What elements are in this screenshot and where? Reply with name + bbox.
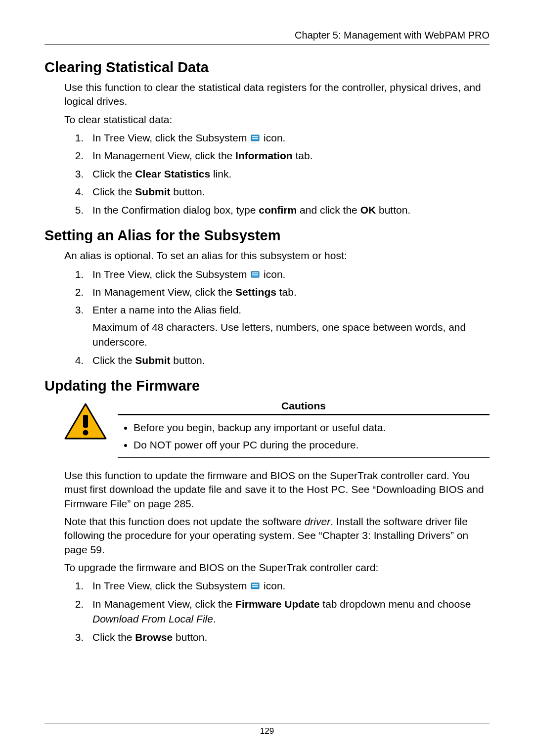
step-text: .: [213, 613, 216, 624]
svg-rect-5: [252, 274, 258, 275]
svg-rect-11: [252, 586, 258, 587]
svg-rect-1: [252, 136, 258, 137]
svg-rect-2: [252, 138, 258, 139]
section-para: Use this function to update the firmware…: [64, 469, 490, 511]
step-item: Click the Submit button.: [87, 353, 490, 368]
step-text: button.: [173, 631, 207, 643]
steps-list: In Tree View, click the Subsystem icon. …: [64, 267, 490, 368]
footer-rule: [44, 723, 490, 723]
step-bold: confirm: [259, 204, 297, 216]
caution-item: Before you begin, backup any important o…: [134, 420, 490, 435]
chapter-label: Chapter 5: Management with WebPAM PRO: [295, 30, 490, 41]
caution-list: Before you begin, backup any important o…: [118, 420, 490, 452]
svg-point-8: [83, 430, 89, 436]
step-bold: Firmware Update: [235, 598, 319, 610]
step-text: In Management View, click the: [92, 150, 235, 161]
section-body: An alias is optional. To set an alias fo…: [64, 249, 490, 368]
step-text: In the Confirmation dialog box, type: [92, 204, 259, 216]
section-body: Use this function to clear the statistic…: [64, 81, 490, 218]
section-para: To upgrade the firmware and BIOS on the …: [64, 561, 490, 575]
step-text: Enter a name into the Alias field.: [92, 304, 241, 315]
step-text: In Tree View, click the Subsystem: [92, 268, 250, 280]
step-text: Click the: [92, 355, 135, 366]
step-text: In Management View, click the: [92, 286, 235, 298]
section-intro: An alias is optional. To set an alias fo…: [64, 249, 490, 263]
svg-rect-4: [252, 272, 258, 273]
step-text: icon.: [261, 132, 285, 143]
subsystem-icon: [251, 581, 260, 590]
page-footer: 129: [44, 723, 490, 736]
steps-list: In Tree View, click the Subsystem icon. …: [64, 578, 490, 645]
subsystem-icon: [251, 270, 260, 279]
step-item: In Management View, click the Informatio…: [87, 148, 490, 163]
step-text: icon.: [261, 268, 285, 280]
para-text: Note that this function does not update …: [64, 516, 305, 527]
caution-content: Cautions Before you begin, backup any im…: [118, 400, 490, 460]
subsystem-icon: [251, 133, 260, 142]
step-text: tab.: [293, 150, 313, 161]
section-body: Use this function to update the firmware…: [64, 469, 490, 645]
step-item: In Management View, click the Firmware U…: [87, 597, 490, 627]
section-heading-firmware: Updating the Firmware: [44, 378, 490, 394]
step-text: button.: [171, 186, 205, 197]
step-bold: Clear Statistics: [135, 168, 210, 179]
document-page: Chapter 5: Management with WebPAM PRO Cl…: [0, 0, 534, 756]
svg-rect-10: [252, 584, 258, 585]
step-item: In Tree View, click the Subsystem icon.: [87, 578, 490, 593]
step-bold: Settings: [235, 286, 276, 298]
section-heading-clearing: Clearing Statistical Data: [44, 59, 490, 76]
step-item: In Tree View, click the Subsystem icon.: [87, 267, 490, 282]
step-text: icon.: [261, 580, 285, 591]
section-lead: To clear statistical data:: [64, 113, 490, 127]
step-item: In the Confirmation dialog box, type con…: [87, 203, 490, 218]
svg-rect-7: [83, 415, 88, 428]
page-header: Chapter 5: Management with WebPAM PRO: [44, 30, 490, 41]
step-item: Click the Clear Statistics link.: [87, 167, 490, 181]
warning-icon: [64, 403, 107, 441]
step-text: Click the: [92, 631, 135, 643]
step-bold: Submit: [135, 186, 170, 197]
step-bold: Browse: [135, 631, 173, 643]
steps-list: In Tree View, click the Subsystem icon. …: [64, 131, 490, 218]
step-italic: Download From Local File: [92, 613, 213, 624]
step-subtext: Maximum of 48 characters. Use letters, n…: [92, 320, 490, 350]
step-item: In Management View, click the Settings t…: [87, 285, 490, 300]
step-text: Click the: [92, 186, 135, 197]
step-bold: Information: [235, 150, 293, 161]
section-para: Note that this function does not update …: [64, 515, 490, 557]
step-bold: Submit: [135, 355, 170, 366]
header-rule: [44, 44, 490, 44]
section-heading-alias: Setting an Alias for the Subsystem: [44, 227, 490, 244]
step-item: In Tree View, click the Subsystem icon.: [87, 131, 490, 145]
step-item: Click the Browse button.: [87, 630, 490, 645]
step-item: Enter a name into the Alias field. Maxim…: [87, 303, 490, 350]
page-number: 129: [44, 726, 490, 736]
step-text: Click the: [92, 168, 135, 179]
step-text: link.: [210, 168, 231, 179]
para-italic: driver: [305, 516, 331, 527]
step-text: button.: [171, 355, 205, 366]
step-text: tab.: [276, 286, 297, 298]
step-text: In Tree View, click the Subsystem: [92, 132, 250, 143]
step-text: tab dropdown menu and choose: [320, 598, 471, 610]
caution-item: Do NOT power off your PC during the proc…: [134, 438, 490, 452]
caution-rule: [118, 414, 490, 415]
step-item: Click the Submit button.: [87, 184, 490, 199]
section-intro: Use this function to clear the statistic…: [64, 81, 490, 109]
step-text: In Management View, click the: [92, 598, 235, 610]
step-bold: OK: [360, 204, 376, 216]
caution-rule: [118, 457, 490, 458]
caution-title: Cautions: [118, 400, 490, 412]
caution-box: Cautions Before you begin, backup any im…: [64, 400, 490, 460]
step-text: and click the: [297, 204, 360, 216]
step-text: In Tree View, click the Subsystem: [92, 580, 250, 591]
step-text: button.: [376, 204, 410, 216]
